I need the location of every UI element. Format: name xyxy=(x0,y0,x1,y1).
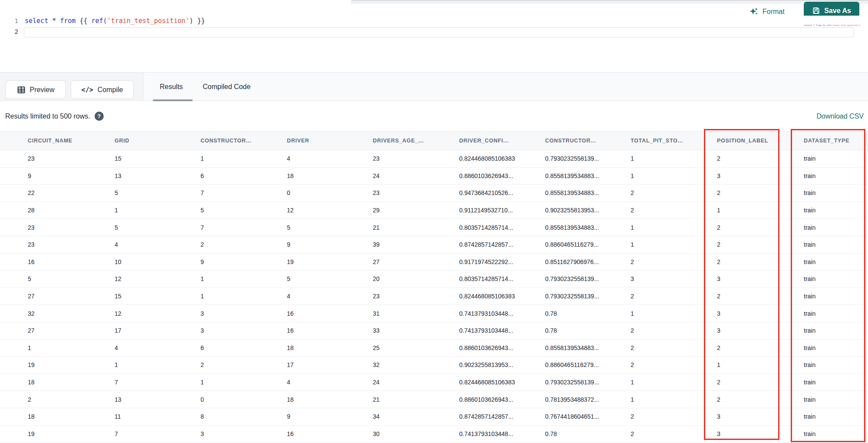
column-header-position-label[interactable]: POSITION_LABEL xyxy=(716,132,803,150)
table-row: 23 15 1 4 23 0.824468085106383 0.7930232… xyxy=(0,150,868,168)
table-cell: 5 xyxy=(0,271,114,288)
table-cell: 0.8860465116279... xyxy=(544,236,630,253)
table-cell: train xyxy=(803,391,868,408)
table-cell: 0.7413793103448... xyxy=(458,322,544,339)
table-row: 5 12 1 5 20 0.8035714285714... 0.7930232… xyxy=(0,271,868,288)
table-cell: 22 xyxy=(0,185,114,202)
table-cell: train xyxy=(803,339,868,357)
table-cell: 0.9112149532710... xyxy=(458,202,544,219)
table-cell: 2 xyxy=(200,236,286,253)
table-cell: 18 xyxy=(286,167,372,185)
table-cell: 9 xyxy=(200,253,286,271)
table-cell: 0.7674418604651... xyxy=(544,408,630,425)
table-cell: 7 xyxy=(200,219,286,236)
sql-keyword: from xyxy=(60,17,79,25)
table-cell: 39 xyxy=(372,236,458,253)
column-header-circuit-name[interactable]: CIRCUIT_NAME xyxy=(0,132,114,150)
table-cell: 0.78 xyxy=(544,425,630,443)
column-header-constructor-1[interactable]: CONSTRUCTOR... xyxy=(200,132,286,150)
table-cell: 2 xyxy=(716,391,803,408)
sql-ide-screen: Format Save As 1 2 select * from {{ ref(… xyxy=(0,0,868,443)
table-cell: 7 xyxy=(114,374,200,391)
results-limit-text: Results limited to 500 rows. xyxy=(5,112,90,120)
preview-button[interactable]: Preview xyxy=(5,80,66,99)
table-cell: 1 xyxy=(200,288,286,305)
table-cell: 1 xyxy=(630,150,716,168)
table-cell: 16 xyxy=(286,305,372,322)
help-icon[interactable]: ? xyxy=(95,112,104,121)
tab-results[interactable]: Results xyxy=(160,73,183,101)
table-cell: 3 xyxy=(716,167,803,185)
table-cell: 3 xyxy=(200,322,286,339)
table-cell: 0.7930232558139... xyxy=(544,374,630,391)
table-cell: 0.7413793103448... xyxy=(458,305,544,322)
table-cell: 1 xyxy=(0,339,114,357)
download-csv-link[interactable]: Download CSV xyxy=(817,112,864,120)
table-row: 1 4 6 18 25 0.8860103626943... 0.8558139… xyxy=(0,339,868,357)
table-cell: 2 xyxy=(716,288,803,305)
table-cell: train xyxy=(803,253,868,271)
table-cell: 13 xyxy=(114,167,200,185)
column-header-dataset-type[interactable]: DATASET_TYPE xyxy=(803,132,868,150)
tab-compiled-code[interactable]: Compiled Code xyxy=(203,73,250,101)
table-cell: 18 xyxy=(286,391,372,408)
line-number-gutter: 1 2 xyxy=(0,16,18,37)
editor-minimap[interactable]: select * from {{ ref('train_test_positio… xyxy=(804,23,861,27)
table-cell: 1 xyxy=(200,374,286,391)
column-header-grid[interactable]: GRID xyxy=(114,132,200,150)
table-cell: 1 xyxy=(630,219,716,236)
table-cell: 2 xyxy=(716,185,803,202)
table-cell: 17 xyxy=(114,322,200,339)
code-line-1[interactable]: select * from {{ ref('train_test_positio… xyxy=(25,16,859,26)
table-cell: 0.9023255813953... xyxy=(544,202,630,219)
table-cell: 0.8860103626943... xyxy=(458,391,544,408)
column-header-constructor-2[interactable]: CONSTRUCTOR... xyxy=(544,132,630,150)
table-row: 27 15 1 4 23 0.824468085106383 0.7930232… xyxy=(0,288,868,305)
table-cell: 0 xyxy=(286,185,372,202)
table-cell: 2 xyxy=(716,253,803,271)
minimap-code: {{ xyxy=(822,24,826,26)
table-cell: 3 xyxy=(716,425,803,443)
table-cell: 0.8558139534883... xyxy=(544,167,630,185)
editor-tab-strip xyxy=(0,0,868,4)
table-cell: 12 xyxy=(114,305,200,322)
line-number: 2 xyxy=(0,26,18,37)
table-cell: 5 xyxy=(114,219,200,236)
table-cell: 12 xyxy=(286,202,372,219)
table-cell: train xyxy=(803,322,868,339)
preview-label: Preview xyxy=(30,86,55,94)
table-body: 23 15 1 4 23 0.824468085106383 0.7930232… xyxy=(0,150,868,443)
table-cell: 19 xyxy=(0,357,114,374)
code-lines[interactable]: select * from {{ ref('train_test_positio… xyxy=(25,16,859,37)
sql-operator: * xyxy=(52,17,60,25)
table-cell: train xyxy=(803,236,868,253)
code-line-2[interactable] xyxy=(25,26,859,37)
table-cell: 3 xyxy=(716,305,803,322)
table-cell: 7 xyxy=(200,185,286,202)
table-cell: 28 xyxy=(0,202,114,219)
table-cell: 23 xyxy=(372,288,458,305)
jinja-open-brace: {{ xyxy=(79,17,91,25)
table-cell: 0.824468085106383 xyxy=(458,374,544,391)
compile-button[interactable]: </> Compile xyxy=(71,80,134,99)
column-header-driver[interactable]: DRIVER xyxy=(286,132,372,150)
tabs-zone xyxy=(143,73,868,100)
column-header-total-pit-sto[interactable]: TOTAL_PIT_STO... xyxy=(630,132,716,150)
line-number: 1 xyxy=(0,16,18,26)
column-header-drivers-age[interactable]: DRIVERS_AGE_... xyxy=(372,132,458,150)
table-cell: 9 xyxy=(286,408,372,425)
table-cell: 1 xyxy=(630,236,716,253)
jinja-string-literal: 'train_test_position' xyxy=(107,17,190,25)
table-cell: 23 xyxy=(0,236,114,253)
sql-editor[interactable]: 1 2 select * from {{ ref('train_test_pos… xyxy=(0,16,868,72)
code-brackets-icon: </> xyxy=(82,86,93,94)
table-cell: 5 xyxy=(114,185,200,202)
column-header-driver-confi[interactable]: DRIVER_CONFI... xyxy=(458,132,544,150)
table-cell: 2 xyxy=(716,219,803,236)
table-cell: 15 xyxy=(114,288,200,305)
table-cell: 0 xyxy=(200,391,286,408)
table-cell: train xyxy=(803,202,868,219)
table-cell: 0.9171974522292... xyxy=(458,253,544,271)
minimap-code: select xyxy=(804,24,813,26)
table-cell: 3 xyxy=(716,322,803,339)
